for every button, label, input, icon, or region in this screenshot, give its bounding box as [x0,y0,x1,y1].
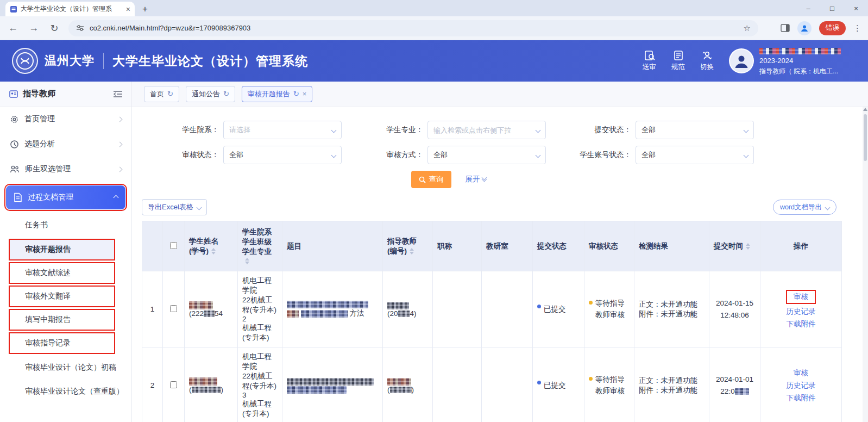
tab-refresh-icon[interactable]: ↻ [293,90,299,98]
review-status-select[interactable]: 全部 [223,146,342,164]
review-link[interactable]: 审核 [794,368,808,378]
row-checkbox[interactable] [170,305,177,312]
student-id-redacted [204,311,215,317]
chevron-right-icon [117,141,123,147]
select-all-checkbox[interactable] [170,242,177,249]
header-text: 学生班级 [242,238,272,246]
row-select [163,271,185,347]
student-id-fragment: ( [189,386,192,394]
page-scrollbar[interactable] [863,107,868,422]
scrollbar-thumb[interactable] [864,114,867,161]
table-row: 2 () 机电工程学院 22机械工程(专升本)3 机械工程(专升本) [142,347,842,422]
sidebar-subitem-review-translation[interactable]: 审核外文翻译 [9,286,115,307]
sidebar-subitem-review-literature[interactable]: 审核文献综述 [9,262,115,284]
header-submit-time[interactable]: 提交时间 [709,221,760,271]
switch-role-button[interactable]: 切换 [700,50,714,72]
refresh-icon[interactable]: ↻ [48,22,61,34]
tab-home[interactable]: 首页 ↻ [144,86,179,102]
expand-label: 展开 [466,175,480,184]
collapse-sidebar-icon[interactable] [113,90,123,98]
forward-icon[interactable]: → [27,22,40,34]
class-text: 22机械工程(专升本)3 [242,371,278,399]
review-link[interactable]: 审核 [794,293,808,301]
header-operation: 操作 [760,221,842,271]
major-combo[interactable] [427,121,546,139]
tab-refresh-icon[interactable]: ↻ [167,90,173,98]
site-info-icon[interactable] [76,24,84,32]
review-method-select[interactable]: 全部 [427,146,546,164]
window-close-button[interactable]: × [844,0,868,16]
college-select[interactable]: 请选择 [223,121,342,139]
annotation-box: 审核 [786,290,816,304]
send-review-label: 送审 [643,63,656,72]
sidebar-subitem-review-first-draft[interactable]: 审核毕业设计（论文）初稿 [0,356,131,380]
export-excel-button[interactable]: 导出Excel表格 [142,199,207,215]
download-attachment-link[interactable]: 下载附件 [787,319,816,329]
sidebar-subitem-task-book[interactable]: 任务书 [0,213,131,237]
browser-profile-avatar[interactable] [797,21,812,35]
header-text: 学生姓名 [189,237,218,245]
sidebar-subitem-review-plagiarism-version[interactable]: 审核毕业设计论文（查重版） [0,380,131,404]
sidebar: 指导教师 首页管理 选题分析 师生双选管理 [0,82,132,422]
tab-refresh-icon[interactable]: ↻ [223,90,229,98]
export-word-button[interactable]: word文档导出 [773,200,836,215]
send-review-button[interactable]: 送审 [643,50,656,72]
tab-favicon-icon [10,5,17,13]
sidebar-subitem-review-guidance-record[interactable]: 审核指导记录 [9,332,115,354]
major-input[interactable] [433,126,533,134]
standards-button[interactable]: 规范 [671,50,685,72]
row-checkbox[interactable] [170,381,177,388]
download-attachment-link[interactable]: 下载附件 [787,393,816,403]
url-text[interactable]: co2.cnki.net/Main.html?dp=wzu&r=17090893… [90,24,738,32]
history-link[interactable]: 历史记录 [787,381,816,390]
sidebar-item-process-docs[interactable]: 过程文档管理 [6,185,125,209]
review-status-text: 等待指导教师审核 [595,298,629,321]
account-status-select[interactable]: 全部 [636,146,754,164]
tab-label: 审核开题报告 [248,89,290,99]
sort-icon[interactable] [410,248,414,255]
tab-notices[interactable]: 通知公告 ↻ [186,86,235,102]
back-icon[interactable]: ← [7,22,20,34]
bookmark-star-icon[interactable]: ☆ [744,23,751,33]
submit-status-select[interactable]: 全部 [636,121,754,139]
title-redacted [301,310,348,318]
side-panel-icon[interactable] [781,24,790,32]
scrollbar-up-arrow[interactable] [863,108,867,111]
sidebar-item-topic-analysis[interactable]: 选题分析 [0,132,131,157]
job-title-cell [433,271,482,347]
header-student-name[interactable]: 学生姓名 (学号) [185,221,238,271]
browser-tab[interactable]: 大学生毕业论文（设计）管理系 × [5,2,135,16]
sidebar-item-home-manage[interactable]: 首页管理 [0,107,131,132]
sort-icon[interactable] [746,243,750,250]
filter-label-college: 学生院系： [142,125,223,135]
sidebar-item-mutual-selection[interactable]: 师生双选管理 [0,157,131,182]
status-dot-blue [537,381,541,384]
expand-filters-link[interactable]: 展开 [466,175,486,184]
filter-label-review-method: 审核方式： [342,150,427,160]
header-teacher[interactable]: 指导教师 (编号) [383,221,433,271]
window-minimize-button[interactable]: – [796,0,820,16]
system-title: 大学生毕业论文（设计）管理系统 [112,53,308,70]
teacher-cell: (204) [383,271,433,347]
sort-icon[interactable] [245,258,249,264]
header-student-college[interactable]: 学生院系 学生班级 学生专业 [238,221,282,271]
header-office: 教研室 [482,221,533,271]
sidebar-subitem-midterm-report[interactable]: 填写中期报告 [9,309,115,331]
sort-icon[interactable] [211,248,216,255]
tab-close-icon[interactable]: × [126,5,130,14]
title-fragment: 方法 [350,309,364,317]
browser-menu-icon[interactable]: ⋮ [853,23,861,33]
window-maximize-button[interactable]: □ [820,0,844,16]
user-avatar[interactable] [729,48,754,73]
filter-label-review-status: 审核状态： [142,150,223,160]
sidebar-subitem-review-proposal[interactable]: 审核开题报告 [9,239,115,260]
tab-review-proposal[interactable]: 审核开题报告 ↻ × [242,86,313,102]
error-button[interactable]: 错误 [819,21,846,35]
title-redacted [287,378,374,386]
search-button[interactable]: 查询 [411,171,451,188]
student-college-cell: 机电工程学院 22机械工程(专升本)3 机械工程(专升本) [238,347,282,422]
address-bar[interactable]: co2.cnki.net/Main.html?dp=wzu&r=17090893… [68,20,758,36]
new-tab-button[interactable]: + [138,2,152,16]
history-link[interactable]: 历史记录 [787,307,816,316]
tab-close-icon[interactable]: × [303,90,307,98]
